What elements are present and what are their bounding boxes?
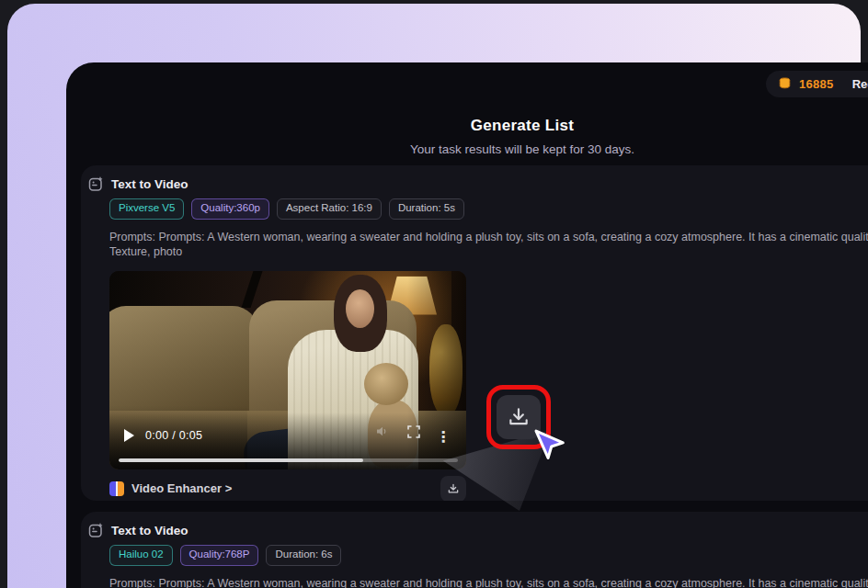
time-display: 0:00 / 0:05 xyxy=(145,429,202,442)
coin-stack-icon xyxy=(778,77,792,91)
fullscreen-icon[interactable] xyxy=(407,425,420,442)
prompt-text: Prompts: Prompts: A Western woman, weari… xyxy=(109,230,868,259)
aspect-ratio-tag: Aspect Ratio: 16:9 xyxy=(277,198,382,220)
page-subtitle: Your task results will be kept for 30 da… xyxy=(66,142,868,156)
progress-bar[interactable] xyxy=(119,458,458,462)
task-type-label: Text to Video xyxy=(111,524,188,537)
task-type-label: Text to Video xyxy=(111,177,188,191)
cursor-icon xyxy=(531,424,570,469)
download-button[interactable] xyxy=(440,476,466,502)
quality-tag: Quality:360p xyxy=(191,198,269,220)
card-footer: Video Enhancer > xyxy=(109,476,466,502)
credits-pill[interactable]: 16885 Recharge xyxy=(766,71,868,97)
sofa xyxy=(109,306,258,420)
text-to-video-icon xyxy=(88,176,104,192)
task-card-1: Text to Video Pixverse V5 Quality:360p A… xyxy=(81,165,868,501)
model-tag: Hailuo 02 xyxy=(109,545,173,566)
card-header: Text to Video xyxy=(81,512,868,538)
video-enhancer-link[interactable]: Video Enhancer > xyxy=(109,481,232,496)
screenshot-root: { "header": { "credits": "16885", "recha… xyxy=(0,0,868,588)
play-icon[interactable] xyxy=(124,429,134,442)
tags-row: Hailuo 02 Quality:768P Duration: 6s xyxy=(109,545,868,566)
prompt-text: Prompts: Prompts: A Western woman, weari… xyxy=(109,576,868,588)
model-tag: Pixverse V5 xyxy=(109,198,184,220)
quality-tag: Quality:768P xyxy=(180,545,259,566)
task-card-2: Text to Video Hailuo 02 Quality:768P Dur… xyxy=(81,512,868,588)
video-enhancer-icon xyxy=(109,481,124,496)
text-to-video-icon xyxy=(88,523,104,538)
video-player[interactable]: 0:00 / 0:05 ⋮ xyxy=(109,271,466,469)
progress-fill xyxy=(119,458,363,462)
credits-balance: 16885 xyxy=(799,77,834,91)
tags-row: Pixverse V5 Quality:360p Aspect Ratio: 1… xyxy=(109,198,868,220)
duration-tag: Duration: 6s xyxy=(266,545,341,566)
card-header: Text to Video xyxy=(81,165,868,192)
volume-icon[interactable] xyxy=(375,424,389,442)
page-title: Generate List xyxy=(66,117,868,135)
video-enhancer-label: Video Enhancer > xyxy=(131,481,232,495)
duration-tag: Duration: 5s xyxy=(389,198,464,220)
recharge-link[interactable]: Recharge xyxy=(852,77,868,91)
more-options-icon[interactable]: ⋮ xyxy=(436,428,451,446)
